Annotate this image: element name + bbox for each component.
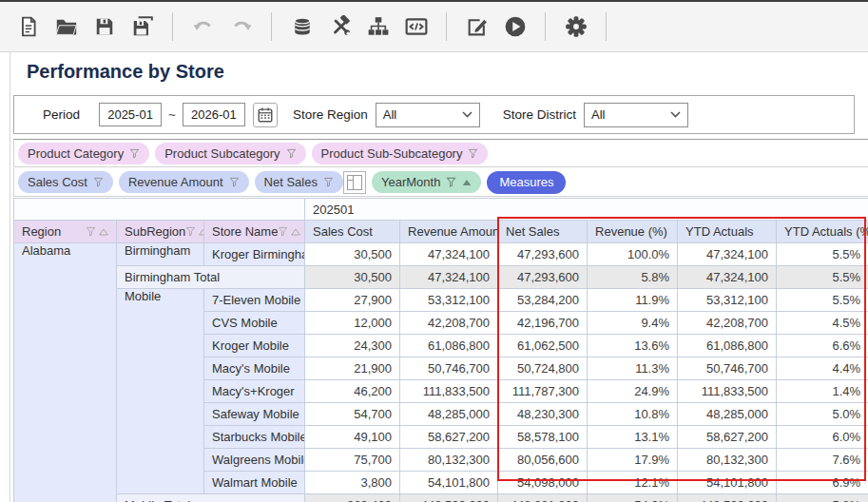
value-cell: 12,000 — [305, 312, 400, 335]
measure-header[interactable]: Net Sales — [498, 221, 588, 243]
sort-icon[interactable] — [199, 228, 203, 236]
chip-product-subcategory[interactable]: Product Subcategory — [155, 143, 305, 164]
chip-yearmonth[interactable]: YearMonth — [372, 171, 481, 193]
hierarchy-icon[interactable] — [365, 14, 391, 40]
value-cell: 24.9% — [588, 380, 678, 403]
value-cell: 42,208,700 — [678, 312, 777, 335]
table-row: Alabama Birmingham Kroger Birmingham 30,… — [14, 243, 868, 266]
measure-header[interactable]: Sales Cost — [305, 221, 400, 243]
column-fields-zone: Product Category Product Subcategory Pro… — [13, 139, 868, 167]
measure-header[interactable]: Revenue Amount — [400, 221, 498, 243]
sort-icon[interactable] — [99, 228, 108, 236]
value-cell: 53,312,100 — [400, 289, 498, 312]
value-cell: 50,746,700 — [400, 357, 498, 380]
edit-design-icon[interactable] — [464, 14, 490, 40]
measure-header[interactable]: YTD Actuals (%) — [777, 221, 868, 243]
filter-icon[interactable] — [278, 226, 288, 237]
store-district-select[interactable]: All — [584, 103, 688, 127]
toolbar-separator — [446, 12, 447, 41]
value-cell: 61,086,800 — [678, 335, 777, 357]
build-tools-icon[interactable] — [327, 14, 353, 40]
measure-header[interactable]: Revenue (%) — [588, 221, 678, 243]
filter-icon[interactable] — [229, 177, 240, 187]
value-cell: 111,833,500 — [400, 380, 498, 403]
redo-icon[interactable] — [228, 14, 254, 40]
value-cell: 58,578,100 — [498, 426, 588, 449]
value-cell: 54,700 — [305, 403, 400, 426]
toolbar-separator — [545, 12, 546, 41]
chip-label: Product Subcategory — [164, 146, 280, 161]
value-cell: 61,062,500 — [498, 335, 588, 357]
new-document-icon[interactable] — [15, 14, 41, 40]
value-cell: 5.5% — [777, 289, 868, 312]
value-cell: 61,086,800 — [400, 335, 498, 357]
chip-product-sub-subcategory[interactable]: Product Sub-Subcategory — [312, 143, 489, 164]
value-cell: 11.9% — [588, 289, 678, 312]
code-view-icon[interactable] — [403, 14, 429, 40]
sort-asc-icon[interactable] — [462, 179, 472, 186]
filter-icon[interactable] — [286, 148, 297, 159]
value-cell: 24,300 — [305, 335, 400, 357]
save-copy-icon[interactable] — [129, 14, 155, 40]
value-cell: 6.9% — [777, 472, 868, 494]
chip-revenue-amount[interactable]: Revenue Amount — [119, 171, 249, 193]
pivot-table: 202501 Region SubRegion Store Name Sales… — [13, 198, 868, 502]
filter-icon[interactable] — [185, 226, 196, 237]
value-cell: 47,324,100 — [400, 243, 498, 266]
period-header-cell[interactable]: 202501 — [305, 199, 868, 221]
value-cell: 80,056,600 — [498, 449, 588, 472]
store-name-cell: Starbucks Mobile — [204, 426, 305, 449]
subregion-cell: Mobile — [117, 289, 204, 494]
total-label-cell: Birmingham Total — [117, 266, 305, 289]
value-cell: 46,200 — [305, 380, 400, 403]
filter-icon[interactable] — [93, 177, 104, 187]
toolbar — [0, 2, 868, 52]
value-cell: 5.5% — [777, 243, 868, 266]
table-row-total: Birmingham Total 30,500 47,324,100 47,29… — [14, 266, 868, 289]
store-name-cell: Safeway Mobile — [204, 403, 305, 426]
store-name-column-header[interactable]: Store Name — [204, 221, 305, 243]
store-region-select[interactable]: All — [376, 103, 480, 127]
value-cell: 53,312,100 — [678, 289, 777, 312]
settings-icon[interactable] — [563, 14, 588, 40]
filter-icon[interactable] — [86, 226, 96, 237]
value-cell: 27,900 — [305, 289, 400, 312]
region-column-header[interactable]: Region — [14, 221, 117, 243]
store-name-cell: Kroger Mobile — [204, 335, 305, 357]
chip-net-sales[interactable]: Net Sales — [255, 171, 343, 193]
chip-product-category[interactable]: Product Category — [18, 143, 149, 164]
data-source-icon[interactable] — [289, 14, 315, 40]
chip-sales-cost[interactable]: Sales Cost — [18, 171, 113, 193]
value-cell: 13.1% — [588, 426, 678, 449]
period-label: Period — [43, 107, 80, 122]
value-cell: 111,833,500 — [678, 380, 777, 403]
run-icon[interactable] — [502, 14, 528, 40]
total-label-cell: Mobile Total — [117, 494, 305, 502]
store-region-value: All — [383, 107, 396, 122]
sort-icon[interactable] — [291, 228, 300, 236]
corner-cell — [14, 199, 305, 221]
period-to-input[interactable] — [183, 103, 245, 126]
value-cell: 11.3% — [588, 357, 678, 380]
filter-icon[interactable] — [323, 177, 334, 187]
filter-icon[interactable] — [468, 148, 478, 159]
period-from-input[interactable] — [99, 103, 162, 126]
filter-icon[interactable] — [129, 148, 140, 159]
table-row-total: Mobile Total 269,400 448,500,600 448,231… — [14, 494, 868, 502]
value-cell: 4.4% — [777, 357, 868, 380]
undo-icon[interactable] — [190, 14, 216, 40]
calendar-icon[interactable] — [253, 103, 278, 127]
toolbar-separator — [271, 12, 272, 41]
measure-header[interactable]: YTD Actuals — [678, 221, 777, 243]
measures-button[interactable]: Measures — [487, 171, 566, 194]
subregion-column-header[interactable]: SubRegion — [117, 221, 204, 243]
store-name-cell: CVS Mobile — [204, 312, 305, 335]
value-cell: 30,500 — [305, 266, 400, 289]
filter-icon[interactable] — [446, 177, 456, 187]
page-title: Performance by Store — [27, 61, 224, 83]
chip-label: Sales Cost — [28, 175, 87, 189]
chip-label: Revenue Amount — [128, 175, 223, 189]
open-folder-icon[interactable] — [53, 14, 79, 40]
pane-layout-icon[interactable] — [343, 171, 366, 194]
save-icon[interactable] — [91, 14, 117, 40]
